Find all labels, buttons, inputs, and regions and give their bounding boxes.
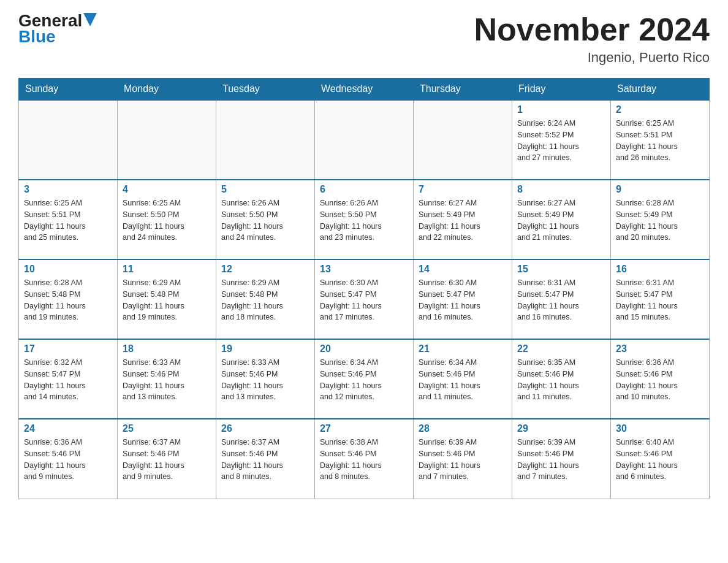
day-info: Sunrise: 6:28 AMSunset: 5:49 PMDaylight:… [616, 197, 704, 243]
calendar-cell: 14Sunrise: 6:30 AMSunset: 5:47 PMDayligh… [414, 259, 512, 339]
day-info: Sunrise: 6:29 AMSunset: 5:48 PMDaylight:… [123, 277, 211, 323]
calendar-cell: 23Sunrise: 6:36 AMSunset: 5:46 PMDayligh… [611, 339, 710, 419]
day-number: 15 [517, 264, 605, 275]
calendar-cell: 29Sunrise: 6:39 AMSunset: 5:46 PMDayligh… [512, 419, 611, 499]
day-number: 30 [616, 423, 704, 434]
calendar-cell: 30Sunrise: 6:40 AMSunset: 5:46 PMDayligh… [611, 419, 710, 499]
day-number: 24 [24, 423, 112, 434]
day-info: Sunrise: 6:38 AMSunset: 5:46 PMDaylight:… [320, 437, 408, 483]
day-info: Sunrise: 6:32 AMSunset: 5:47 PMDaylight:… [24, 357, 112, 403]
day-info: Sunrise: 6:30 AMSunset: 5:47 PMDaylight:… [320, 277, 408, 323]
day-number: 4 [123, 184, 211, 195]
day-number: 28 [419, 423, 507, 434]
day-number: 8 [517, 184, 605, 195]
calendar-cell [315, 100, 414, 180]
calendar-cell: 15Sunrise: 6:31 AMSunset: 5:47 PMDayligh… [512, 259, 611, 339]
day-info: Sunrise: 6:26 AMSunset: 5:50 PMDaylight:… [221, 197, 309, 243]
weekday-header-monday: Monday [118, 79, 216, 101]
calendar-cell: 19Sunrise: 6:33 AMSunset: 5:46 PMDayligh… [216, 339, 315, 419]
calendar-cell: 26Sunrise: 6:37 AMSunset: 5:46 PMDayligh… [216, 419, 315, 499]
title-block: November 2024 Ingenio, Puerto Rico [474, 12, 710, 66]
week-row-3: 17Sunrise: 6:32 AMSunset: 5:47 PMDayligh… [19, 339, 710, 419]
day-number: 3 [24, 184, 112, 195]
day-number: 23 [616, 343, 704, 354]
week-row-1: 3Sunrise: 6:25 AMSunset: 5:51 PMDaylight… [19, 180, 710, 259]
calendar-cell [19, 100, 118, 180]
day-number: 5 [221, 184, 309, 195]
logo-blue-text: Blue [18, 28, 56, 45]
calendar-cell: 2Sunrise: 6:25 AMSunset: 5:51 PMDaylight… [611, 100, 710, 180]
calendar-cell: 13Sunrise: 6:30 AMSunset: 5:47 PMDayligh… [315, 259, 414, 339]
calendar-cell: 4Sunrise: 6:25 AMSunset: 5:50 PMDaylight… [118, 180, 216, 259]
logo-triangle-icon [83, 13, 97, 26]
calendar-cell [216, 100, 315, 180]
weekday-header-sunday: Sunday [19, 79, 118, 101]
day-number: 25 [123, 423, 211, 434]
day-info: Sunrise: 6:31 AMSunset: 5:47 PMDaylight:… [517, 277, 605, 323]
day-number: 6 [320, 184, 408, 195]
calendar-cell: 8Sunrise: 6:27 AMSunset: 5:49 PMDaylight… [512, 180, 611, 259]
day-number: 13 [320, 264, 408, 275]
day-number: 9 [616, 184, 704, 195]
page-header: General Blue November 2024 Ingenio, Puer… [18, 12, 710, 66]
calendar-cell: 16Sunrise: 6:31 AMSunset: 5:47 PMDayligh… [611, 259, 710, 339]
day-number: 17 [24, 343, 112, 354]
calendar-cell: 20Sunrise: 6:34 AMSunset: 5:46 PMDayligh… [315, 339, 414, 419]
svg-marker-0 [83, 13, 97, 26]
calendar-cell: 6Sunrise: 6:26 AMSunset: 5:50 PMDaylight… [315, 180, 414, 259]
day-info: Sunrise: 6:25 AMSunset: 5:51 PMDaylight:… [24, 197, 112, 243]
day-number: 16 [616, 264, 704, 275]
calendar-table: SundayMondayTuesdayWednesdayThursdayFrid… [18, 78, 710, 499]
day-info: Sunrise: 6:34 AMSunset: 5:46 PMDaylight:… [320, 357, 408, 403]
day-info: Sunrise: 6:30 AMSunset: 5:47 PMDaylight:… [419, 277, 507, 323]
calendar-cell: 11Sunrise: 6:29 AMSunset: 5:48 PMDayligh… [118, 259, 216, 339]
day-number: 19 [221, 343, 309, 354]
day-number: 11 [123, 264, 211, 275]
day-number: 22 [517, 343, 605, 354]
day-info: Sunrise: 6:37 AMSunset: 5:46 PMDaylight:… [221, 437, 309, 483]
calendar-cell: 22Sunrise: 6:35 AMSunset: 5:46 PMDayligh… [512, 339, 611, 419]
day-number: 27 [320, 423, 408, 434]
calendar-cell [414, 100, 512, 180]
day-info: Sunrise: 6:26 AMSunset: 5:50 PMDaylight:… [320, 197, 408, 243]
day-number: 7 [419, 184, 507, 195]
calendar-cell: 17Sunrise: 6:32 AMSunset: 5:47 PMDayligh… [19, 339, 118, 419]
calendar-cell: 21Sunrise: 6:34 AMSunset: 5:46 PMDayligh… [414, 339, 512, 419]
calendar-cell: 5Sunrise: 6:26 AMSunset: 5:50 PMDaylight… [216, 180, 315, 259]
day-info: Sunrise: 6:25 AMSunset: 5:51 PMDaylight:… [616, 118, 704, 164]
calendar-cell: 28Sunrise: 6:39 AMSunset: 5:46 PMDayligh… [414, 419, 512, 499]
day-info: Sunrise: 6:27 AMSunset: 5:49 PMDaylight:… [419, 197, 507, 243]
day-info: Sunrise: 6:33 AMSunset: 5:46 PMDaylight:… [221, 357, 309, 403]
weekday-header-row: SundayMondayTuesdayWednesdayThursdayFrid… [19, 79, 710, 101]
day-info: Sunrise: 6:34 AMSunset: 5:46 PMDaylight:… [419, 357, 507, 403]
calendar-cell [118, 100, 216, 180]
week-row-0: 1Sunrise: 6:24 AMSunset: 5:52 PMDaylight… [19, 100, 710, 180]
calendar-title: November 2024 [474, 12, 710, 47]
weekday-header-thursday: Thursday [414, 79, 512, 101]
calendar-cell: 7Sunrise: 6:27 AMSunset: 5:49 PMDaylight… [414, 180, 512, 259]
day-info: Sunrise: 6:36 AMSunset: 5:46 PMDaylight:… [616, 357, 704, 403]
day-info: Sunrise: 6:24 AMSunset: 5:52 PMDaylight:… [517, 118, 605, 164]
day-number: 14 [419, 264, 507, 275]
day-number: 29 [517, 423, 605, 434]
weekday-header-wednesday: Wednesday [315, 79, 414, 101]
calendar-subtitle: Ingenio, Puerto Rico [474, 50, 710, 66]
week-row-4: 24Sunrise: 6:36 AMSunset: 5:46 PMDayligh… [19, 419, 710, 499]
calendar-cell: 24Sunrise: 6:36 AMSunset: 5:46 PMDayligh… [19, 419, 118, 499]
day-info: Sunrise: 6:27 AMSunset: 5:49 PMDaylight:… [517, 197, 605, 243]
calendar-cell: 27Sunrise: 6:38 AMSunset: 5:46 PMDayligh… [315, 419, 414, 499]
day-info: Sunrise: 6:31 AMSunset: 5:47 PMDaylight:… [616, 277, 704, 323]
calendar-cell: 25Sunrise: 6:37 AMSunset: 5:46 PMDayligh… [118, 419, 216, 499]
weekday-header-friday: Friday [512, 79, 611, 101]
weekday-header-saturday: Saturday [611, 79, 710, 101]
day-info: Sunrise: 6:33 AMSunset: 5:46 PMDaylight:… [123, 357, 211, 403]
day-info: Sunrise: 6:39 AMSunset: 5:46 PMDaylight:… [517, 437, 605, 483]
day-number: 10 [24, 264, 112, 275]
calendar-cell: 9Sunrise: 6:28 AMSunset: 5:49 PMDaylight… [611, 180, 710, 259]
day-info: Sunrise: 6:40 AMSunset: 5:46 PMDaylight:… [616, 437, 704, 483]
calendar-cell: 12Sunrise: 6:29 AMSunset: 5:48 PMDayligh… [216, 259, 315, 339]
day-number: 12 [221, 264, 309, 275]
day-info: Sunrise: 6:39 AMSunset: 5:46 PMDaylight:… [419, 437, 507, 483]
calendar-cell: 1Sunrise: 6:24 AMSunset: 5:52 PMDaylight… [512, 100, 611, 180]
day-number: 26 [221, 423, 309, 434]
